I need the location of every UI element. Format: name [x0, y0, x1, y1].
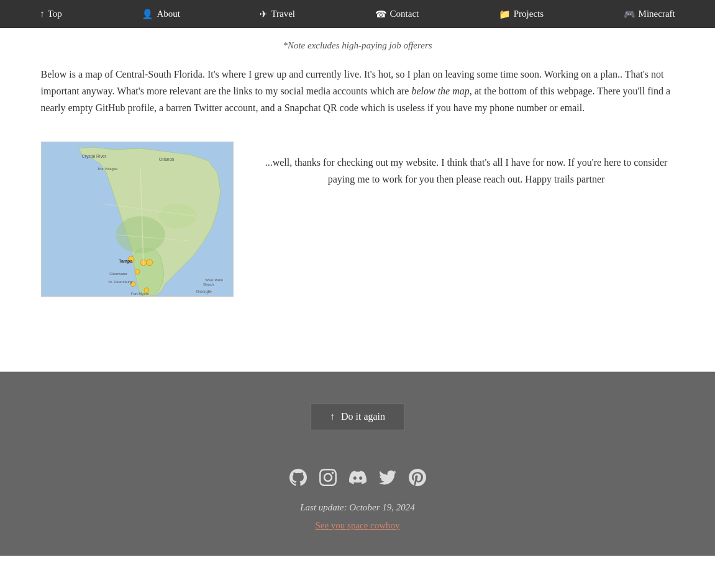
discord-icon [349, 469, 367, 486]
user-icon: 👤 [142, 9, 153, 20]
snapchat-icon [409, 469, 426, 486]
svg-text:West Palm: West Palm [205, 278, 223, 281]
nav-about[interactable]: 👤 About [135, 0, 186, 28]
svg-text:The Villages: The Villages [97, 166, 117, 170]
do-it-again-label: Do it again [341, 411, 385, 422]
svg-text:Orlando: Orlando [158, 156, 174, 161]
nav-minecraft[interactable]: 🎮 Minecraft [617, 0, 681, 28]
map-container: Crystal River The Villages Orlando Tampa… [41, 142, 234, 297]
do-it-again-arrow-icon: ↑ [330, 411, 335, 422]
last-update-text: Last update: October 19, 2024 [12, 502, 703, 513]
do-it-again-button[interactable]: ↑ Do it again [311, 403, 404, 430]
plane-icon: ✈ [260, 9, 268, 20]
nav-projects-label: Projects [514, 9, 544, 19]
closing-text: ...well, thanks for checking out my webs… [258, 142, 675, 188]
see-you-cowboy-link[interactable]: See you space cowboy [12, 520, 703, 531]
arrow-up-icon: ↑ [40, 9, 45, 19]
svg-point-7 [135, 269, 140, 274]
social-icons-container [12, 468, 703, 487]
svg-text:Clearwater: Clearwater [109, 271, 127, 275]
closing-paragraph: ...well, thanks for checking out my webs… [258, 154, 675, 188]
description-text: Below is a map of Central-South Florida.… [41, 66, 675, 117]
svg-text:Crystal River: Crystal River [81, 153, 106, 158]
map-section: Crystal River The Villages Orlando Tampa… [41, 142, 675, 297]
svg-point-4 [158, 204, 196, 228]
nav-about-label: About [157, 9, 180, 19]
nav-contact[interactable]: ☎ Contact [369, 0, 426, 28]
nav-minecraft-label: Minecraft [639, 9, 675, 19]
note-text: *Note excludes high-paying job offerers [41, 40, 675, 51]
nav-top[interactable]: ↑ Top [34, 0, 68, 28]
svg-point-3 [116, 216, 165, 253]
nav-travel-label: Travel [271, 9, 295, 19]
footer-content: ↑ Do it again [12, 403, 703, 531]
svg-text:Beach: Beach [203, 283, 214, 286]
snapchat-link[interactable] [408, 468, 427, 487]
github-link[interactable] [288, 468, 308, 487]
gamepad-icon: 🎮 [624, 9, 635, 20]
svg-text:Fort Myers: Fort Myers [131, 292, 148, 296]
nav-contact-label: Contact [390, 9, 419, 19]
phone-icon: ☎ [375, 9, 387, 20]
main-content: *Note excludes high-paying job offerers … [16, 28, 699, 371]
twitter-icon [379, 469, 396, 486]
description-italic: below the map [411, 86, 469, 96]
github-icon [289, 469, 307, 486]
folder-icon: 📁 [499, 9, 511, 20]
discord-link[interactable] [348, 468, 368, 487]
nav-top-label: Top [48, 9, 62, 19]
instagram-icon [319, 469, 337, 486]
svg-point-5 [146, 259, 152, 265]
twitter-link[interactable] [378, 468, 398, 487]
svg-text:Tampa: Tampa [119, 258, 132, 263]
footer: ↑ Do it again [0, 372, 715, 556]
nav-projects[interactable]: 📁 Projects [493, 0, 550, 28]
florida-map: Crystal River The Villages Orlando Tampa… [42, 142, 233, 296]
navigation: ↑ Top 👤 About ✈ Travel ☎ Contact 📁 Proje… [0, 0, 715, 28]
instagram-link[interactable] [318, 468, 338, 487]
svg-text:Google: Google [196, 289, 212, 294]
nav-travel[interactable]: ✈ Travel [253, 0, 301, 28]
svg-text:St. Petersburg: St. Petersburg [108, 279, 132, 283]
